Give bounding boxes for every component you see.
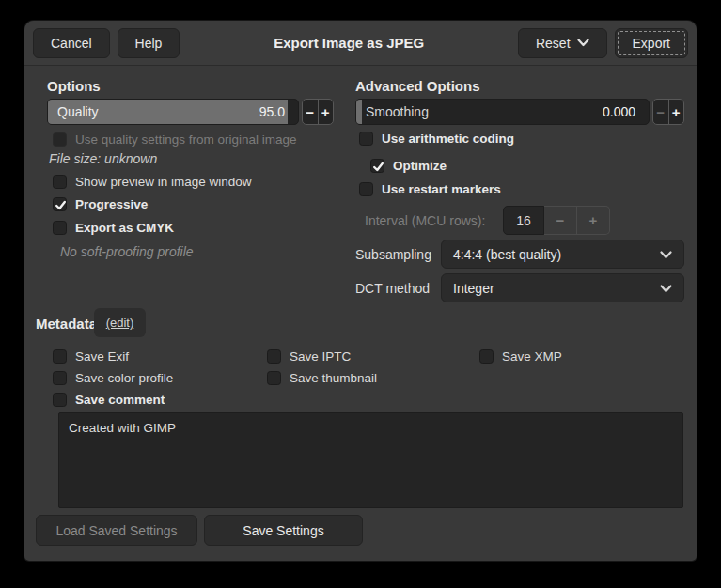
interval-increment-button: + <box>577 206 610 235</box>
dct-method-selected-value: Integer <box>453 281 660 296</box>
export-cmyk-checkbox-row[interactable]: Export as CMYK <box>53 220 174 236</box>
quality-spin-buttons: − + <box>302 99 334 125</box>
optimize-label: Optimize <box>393 159 447 173</box>
dialog-header: Cancel Help Export Image as JPEG Reset E… <box>24 21 697 66</box>
interval-decrement-button: − <box>544 206 577 235</box>
dct-method-label: DCT method <box>355 281 430 296</box>
save-exif-checkbox[interactable] <box>53 349 67 364</box>
load-saved-settings-button[interactable]: Load Saved Settings <box>36 515 197 546</box>
metadata-edit-button[interactable]: (edit) <box>94 308 146 337</box>
smoothing-slider-fill <box>356 100 362 124</box>
use-quality-settings-checkbox-row: Use quality settings from original image <box>53 132 297 147</box>
file-size-note: File size: unknown <box>49 151 157 166</box>
quality-value[interactable]: 95.0 <box>259 104 285 119</box>
dct-method-dropdown[interactable]: Integer <box>441 273 684 302</box>
arithmetic-coding-checkbox-row[interactable]: Use arithmetic coding <box>359 131 514 147</box>
quality-slider-label: Quality <box>57 104 99 119</box>
restart-markers-label: Use restart markers <box>382 182 501 196</box>
save-iptc-label: Save IPTC <box>290 349 351 364</box>
interval-label: Interval (MCU rows): <box>365 213 485 228</box>
progressive-checkbox[interactable] <box>53 197 67 211</box>
subsampling-dropdown[interactable]: 4:4:4 (best quality) <box>441 240 684 269</box>
save-thumbnail-label: Save thumbnail <box>290 371 377 385</box>
arithmetic-coding-label: Use arithmetic coding <box>382 132 514 146</box>
use-quality-settings-checkbox <box>53 132 67 147</box>
restart-markers-checkbox-row[interactable]: Use restart markers <box>359 181 501 197</box>
optimize-checkbox[interactable] <box>370 159 384 173</box>
reset-button-label: Reset <box>536 36 571 51</box>
save-comment-checkbox[interactable] <box>53 393 67 407</box>
soft-proofing-note: No soft-proofing profile <box>60 244 194 259</box>
show-preview-checkbox-row[interactable]: Show preview in image window <box>53 174 252 190</box>
smoothing-increment-button[interactable]: + <box>668 100 684 124</box>
smoothing-decrement-button[interactable]: − <box>653 100 668 124</box>
save-thumbnail-checkbox[interactable] <box>267 371 281 385</box>
interval-value: 16 <box>503 206 544 235</box>
subsampling-label: Subsampling <box>355 247 431 262</box>
save-xmp-checkbox-row[interactable]: Save XMP <box>479 348 562 364</box>
comment-textarea[interactable]: Created with GIMP <box>58 412 683 508</box>
chevron-down-icon <box>660 280 672 297</box>
export-jpeg-dialog: Cancel Help Export Image as JPEG Reset E… <box>24 21 697 561</box>
save-xmp-checkbox[interactable] <box>479 349 494 364</box>
save-color-profile-label: Save color profile <box>75 371 173 385</box>
smoothing-slider-track[interactable]: Smoothing 0.000 <box>355 99 650 125</box>
use-quality-settings-label: Use quality settings from original image <box>75 132 297 147</box>
subsampling-selected-value: 4:4:4 (best quality) <box>453 247 660 262</box>
chevron-down-icon <box>660 246 672 263</box>
show-preview-checkbox[interactable] <box>53 175 67 189</box>
dialog-title: Export Image as JPEG <box>187 35 510 51</box>
progressive-checkbox-row[interactable]: Progressive <box>53 196 148 212</box>
smoothing-slider-label: Smoothing <box>366 104 429 119</box>
save-comment-label: Save comment <box>75 393 165 407</box>
metadata-heading: Metadata <box>36 316 97 332</box>
progressive-label: Progressive <box>75 197 148 211</box>
export-button[interactable]: Export <box>615 28 688 58</box>
interval-spinner: 16 − + <box>503 206 610 235</box>
quality-slider-track[interactable]: Quality 95.0 <box>47 99 299 125</box>
options-heading: Options <box>47 78 101 94</box>
smoothing-slider[interactable]: Smoothing 0.000 − + <box>355 99 684 125</box>
smoothing-spin-buttons: − + <box>652 99 684 125</box>
help-button[interactable]: Help <box>118 28 180 58</box>
chevron-down-icon <box>577 39 589 47</box>
save-xmp-label: Save XMP <box>502 349 562 364</box>
export-cmyk-checkbox[interactable] <box>53 221 67 235</box>
save-iptc-checkbox[interactable] <box>267 349 281 364</box>
cancel-button[interactable]: Cancel <box>33 28 110 58</box>
save-color-profile-checkbox-row[interactable]: Save color profile <box>53 370 173 386</box>
quality-increment-button[interactable]: + <box>318 100 334 124</box>
save-iptc-checkbox-row[interactable]: Save IPTC <box>267 348 351 364</box>
advanced-options-heading: Advanced Options <box>355 78 480 94</box>
metadata-edit-label: (edit) <box>106 316 134 330</box>
arithmetic-coding-checkbox[interactable] <box>359 132 373 146</box>
save-color-profile-checkbox[interactable] <box>53 371 67 385</box>
export-cmyk-label: Export as CMYK <box>75 221 174 235</box>
smoothing-value[interactable]: 0.000 <box>603 104 635 119</box>
save-exif-checkbox-row[interactable]: Save Exif <box>53 348 129 364</box>
save-exif-label: Save Exif <box>75 349 129 364</box>
save-thumbnail-checkbox-row[interactable]: Save thumbnail <box>267 370 377 386</box>
restart-markers-checkbox[interactable] <box>359 182 373 196</box>
quality-slider[interactable]: Quality 95.0 − + <box>47 99 334 125</box>
save-settings-button[interactable]: Save Settings <box>204 515 363 546</box>
optimize-checkbox-row[interactable]: Optimize <box>370 158 447 174</box>
save-comment-checkbox-row[interactable]: Save comment <box>53 392 165 408</box>
quality-decrement-button[interactable]: − <box>303 100 318 124</box>
reset-button[interactable]: Reset <box>518 28 607 58</box>
show-preview-label: Show preview in image window <box>75 175 252 189</box>
